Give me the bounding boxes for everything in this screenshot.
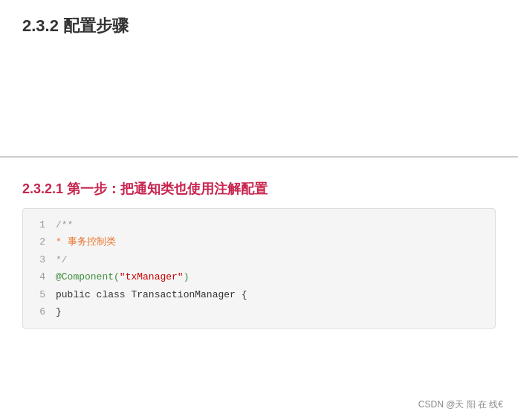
section-top: 2.3.2 配置步骤 <box>0 0 518 149</box>
comment-special-2: * 事务控制类 <box>56 236 116 248</box>
watermark: CSDN @天 阳 在 线€ <box>418 398 503 411</box>
line-content-1: /** <box>56 216 488 233</box>
section-divider <box>0 156 518 158</box>
comment-1: /** <box>56 219 73 230</box>
line-number-4: 4 <box>30 268 45 285</box>
comment-3: */ <box>56 254 68 265</box>
line-content-2: * 事务控制类 <box>56 233 488 251</box>
line-number-2: 2 <box>30 233 45 251</box>
code-line-5: 5 public class TransactionManager { <box>23 286 495 303</box>
line-content-6: } <box>56 303 488 320</box>
annotation-close: ) <box>184 271 190 282</box>
string-txmanager: "txManager" <box>120 271 184 282</box>
main-title: 2.3.2 配置步骤 <box>22 15 496 37</box>
code-line-2: 2 * 事务控制类 <box>23 233 495 251</box>
code-line-6: 6 } <box>23 303 495 320</box>
line-number-1: 1 <box>30 216 45 233</box>
code-line-1: 1 /** <box>23 216 495 233</box>
line-content-3: */ <box>56 251 488 268</box>
class-name-transaction: TransactionManager { <box>131 289 247 300</box>
keyword-close-brace: } <box>56 306 62 317</box>
line-number-5: 5 <box>30 286 45 303</box>
keyword-public-class: public class <box>56 289 131 300</box>
line-content-5: public class TransactionManager { <box>56 286 488 303</box>
code-line-3: 3 */ <box>23 251 495 268</box>
line-content-4: @Component("txManager") <box>56 268 488 285</box>
line-number-3: 3 <box>30 251 45 268</box>
page-container: 2.3.2 配置步骤 2.3.2.1 第一步：把通知类也使用注解配置 1 /**… <box>0 0 518 420</box>
content-area-top <box>22 45 496 134</box>
sub-title: 2.3.2.1 第一步：把通知类也使用注解配置 <box>22 180 496 198</box>
section-bottom: 2.3.2.1 第一步：把通知类也使用注解配置 1 /** 2 * 事务控制类 … <box>0 165 518 343</box>
code-block: 1 /** 2 * 事务控制类 3 */ 4 <box>22 208 496 329</box>
annotation-component: @Component( <box>56 271 120 282</box>
code-line-4: 4 @Component("txManager") <box>23 268 495 285</box>
line-number-6: 6 <box>30 303 45 320</box>
